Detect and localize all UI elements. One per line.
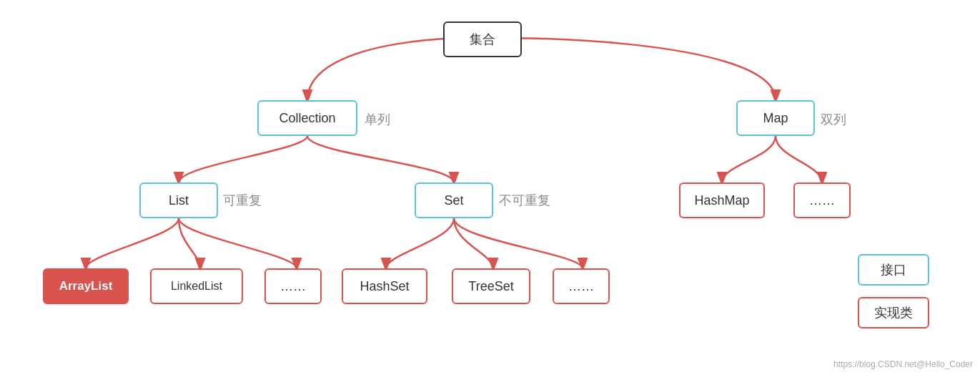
node-treeset: TreeSet (452, 268, 530, 304)
node-set: Set (415, 182, 493, 218)
legend-impl: 实现类 (858, 297, 929, 328)
node-list-etc: …… (264, 268, 322, 304)
label-repeatable: 可重复 (223, 192, 262, 209)
label-no-repeat: 不可重复 (499, 192, 550, 209)
diagram: 集合 Collection 单列 Map 双列 List 可重复 Set 不可重… (0, 0, 980, 375)
label-double: 双列 (821, 111, 846, 128)
legend: 接口 实现类 (858, 254, 929, 328)
node-map: Map (736, 100, 815, 136)
label-single: 单列 (365, 111, 390, 128)
node-arraylist: ArrayList (43, 268, 129, 304)
watermark: https://blog.CSDN.net@Hello_Coder (833, 359, 973, 369)
node-root: 集合 (443, 21, 522, 57)
node-collection: Collection (257, 100, 357, 136)
node-hashmap: HashMap (679, 182, 765, 218)
node-set-etc: …… (553, 268, 610, 304)
node-map-etc: …… (793, 182, 851, 218)
node-list: List (139, 182, 218, 218)
node-linkedlist: LinkedList (150, 268, 243, 304)
legend-interface: 接口 (858, 254, 929, 286)
node-hashset: HashSet (342, 268, 427, 304)
